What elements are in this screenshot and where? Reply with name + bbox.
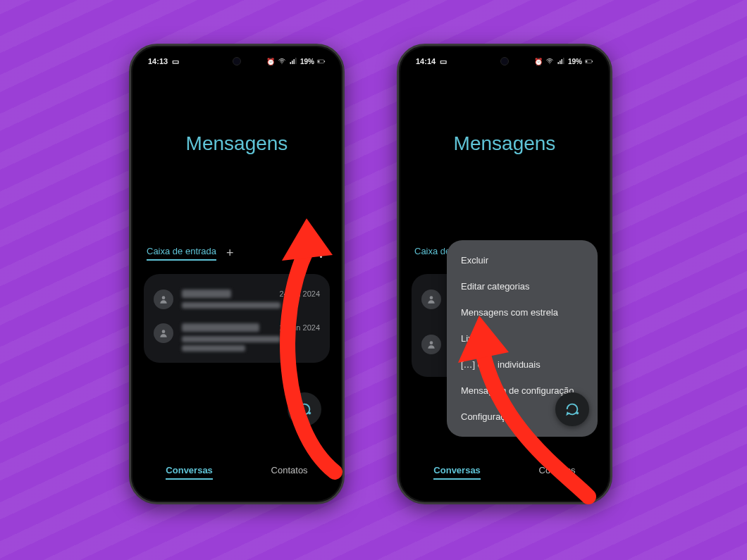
status-battery-percent: 19% — [300, 58, 314, 66]
conversation-row[interactable]: 11 jun 2024 — [154, 316, 320, 359]
svg-rect-17 — [561, 59, 562, 64]
phone-mockup-1: 14:13 ▭ ⏰ 19% Mensagens — [129, 44, 345, 504]
svg-rect-7 — [318, 61, 319, 63]
phone-volume-down-button — [343, 187, 345, 229]
svg-point-11 — [162, 330, 166, 333]
tab-conversations[interactable]: Conversas — [166, 465, 212, 480]
tab-contacts[interactable]: Contatos — [271, 465, 308, 480]
svg-rect-18 — [563, 58, 564, 64]
svg-rect-6 — [324, 61, 325, 62]
svg-point-8 — [288, 249, 295, 256]
status-bar: 14:14 ▭ ⏰ 19% — [405, 51, 605, 71]
menu-item-trash[interactable]: Lixeira — [447, 325, 598, 351]
bottom-tabs: Conversas Contatos — [137, 465, 337, 480]
conversation-date: 11 jun 2024 — [280, 323, 321, 332]
screenshot-icon: ▭ — [172, 57, 179, 66]
svg-rect-3 — [293, 59, 295, 64]
inbox-tab[interactable]: Caixa de entrada — [147, 246, 216, 261]
compose-fab[interactable] — [288, 392, 321, 426]
svg-rect-15 — [557, 62, 559, 64]
bottom-tabs: Conversas Contatos — [405, 465, 605, 480]
menu-item-edit-categories[interactable]: Editar categorias — [447, 273, 598, 299]
status-battery-percent: 19% — [568, 58, 582, 66]
add-category-button[interactable]: + — [226, 246, 234, 261]
phone-screen-1: 14:13 ▭ ⏰ 19% Mensagens — [137, 51, 337, 497]
redacted-preview — [182, 336, 280, 342]
menu-item-individual-messages[interactable]: […] ens. individuais — [447, 351, 598, 378]
redacted-sender — [182, 290, 231, 298]
avatar — [421, 335, 441, 354]
signal-icon — [557, 57, 565, 66]
toolbar: Caixa de entrada + — [147, 246, 327, 261]
svg-rect-16 — [560, 61, 561, 64]
menu-item-starred[interactable]: Mensagens com estrela — [447, 299, 598, 325]
battery-icon — [317, 57, 326, 66]
svg-rect-1 — [290, 62, 291, 64]
svg-rect-4 — [295, 58, 297, 64]
inbox-tab-truncated[interactable]: Caixa de — [414, 246, 450, 259]
avatar — [154, 290, 173, 309]
svg-rect-21 — [586, 61, 587, 63]
phone-volume-up-button — [343, 137, 345, 180]
alarm-icon: ⏰ — [266, 57, 275, 66]
conversation-row[interactable]: 24 jun 2024 — [154, 282, 320, 316]
svg-rect-2 — [292, 61, 293, 64]
avatar — [154, 323, 173, 343]
svg-line-9 — [294, 255, 297, 259]
svg-point-0 — [281, 63, 282, 63]
redacted-preview — [182, 302, 280, 309]
compose-fab[interactable] — [555, 392, 589, 426]
conversations-card: 24 jun 2024 11 jun 2024 — [144, 274, 330, 363]
phone-power-button — [397, 166, 398, 222]
phone-mockup-2: 14:14 ▭ ⏰ 19% Mensagens — [397, 44, 612, 504]
menu-item-delete[interactable]: Excluir — [447, 247, 598, 273]
search-icon[interactable] — [286, 247, 299, 260]
wifi-icon — [545, 57, 554, 66]
redacted-preview — [182, 345, 245, 351]
svg-rect-20 — [592, 61, 593, 62]
tab-contacts[interactable]: Contatos — [539, 465, 576, 480]
svg-point-22 — [430, 296, 433, 299]
app-title: Mensagens — [405, 132, 605, 155]
phone-volume-up-button — [611, 137, 612, 180]
svg-point-14 — [549, 63, 550, 63]
phone-power-button — [129, 166, 130, 222]
more-options-icon[interactable] — [314, 247, 327, 260]
status-time: 14:13 — [148, 57, 168, 66]
svg-point-23 — [430, 341, 433, 344]
tutorial-stage: 14:13 ▭ ⏰ 19% Mensagens — [0, 0, 747, 560]
alarm-icon: ⏰ — [534, 57, 543, 66]
signal-icon — [289, 57, 297, 66]
status-time: 14:14 — [416, 57, 436, 66]
phone-volume-down-button — [611, 187, 612, 229]
phone-screen-2: 14:14 ▭ ⏰ 19% Mensagens — [405, 51, 605, 497]
status-bar: 14:13 ▭ ⏰ 19% — [137, 51, 337, 71]
svg-point-10 — [162, 296, 166, 299]
redacted-sender — [182, 323, 259, 332]
screenshot-icon: ▭ — [440, 57, 447, 66]
avatar — [421, 290, 441, 309]
tab-conversations[interactable]: Conversas — [433, 465, 480, 480]
conversation-date: 24 jun 2024 — [280, 290, 321, 298]
battery-icon — [585, 57, 593, 66]
app-title: Mensagens — [137, 132, 337, 155]
wifi-icon — [278, 57, 286, 66]
